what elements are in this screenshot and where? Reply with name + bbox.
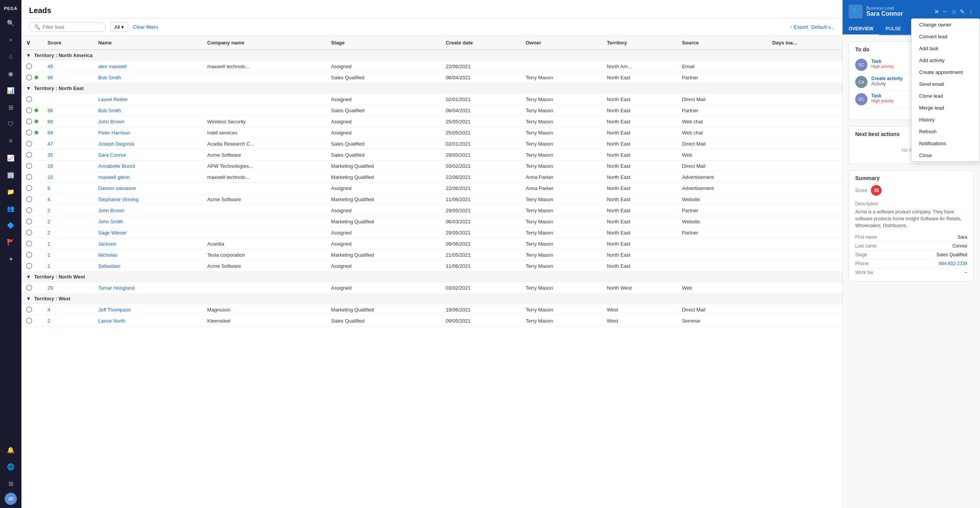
radio-button[interactable] — [26, 174, 32, 180]
radio-button[interactable] — [26, 207, 32, 213]
radio-button[interactable] — [26, 263, 32, 269]
lead-name-link[interactable]: Laurel Reitler — [98, 97, 127, 102]
lead-name-link[interactable]: Annabelle Boord — [98, 163, 135, 169]
lead-name-link[interactable]: Jackson — [98, 241, 116, 247]
building-icon[interactable]: 🏢 — [3, 167, 18, 182]
context-menu-item[interactable]: Add activity — [911, 54, 980, 66]
pulse-icon[interactable]: ◉ — [3, 66, 18, 81]
radio-button[interactable] — [26, 152, 32, 158]
radio-button[interactable] — [26, 196, 32, 202]
globe-icon[interactable]: 🌐 — [3, 459, 18, 474]
collapse-icon[interactable]: ▼ — [26, 85, 31, 91]
lead-name-link[interactable]: Jeff Thompson — [98, 307, 131, 313]
score-cell[interactable]: 2 — [47, 219, 50, 225]
radio-button[interactable] — [26, 74, 32, 80]
radio-button[interactable] — [26, 118, 32, 125]
search-icon[interactable]: 🔍 — [3, 15, 18, 31]
radio-button[interactable] — [26, 141, 32, 147]
col-days[interactable]: Days ina... — [768, 36, 842, 50]
lead-name-link[interactable]: Bob Smith — [98, 108, 121, 113]
collapse-icon[interactable]: ▼ — [26, 52, 31, 58]
score-cell[interactable]: 2 — [47, 208, 50, 213]
back-icon[interactable]: ← — [942, 8, 948, 15]
radio-button[interactable] — [26, 306, 32, 313]
col-company[interactable]: Company name — [203, 36, 326, 50]
todo-type-3[interactable]: Task — [871, 93, 894, 98]
lead-name-link[interactable]: Stephaine Vinning — [98, 197, 138, 202]
lead-name-link[interactable]: Sage Wieser — [98, 230, 126, 236]
score-cell[interactable]: 2 — [47, 230, 50, 236]
radio-button[interactable] — [26, 229, 32, 236]
export-button[interactable]: ↑ Export — [790, 24, 808, 30]
context-menu-item[interactable]: Convert lead — [911, 31, 980, 43]
score-cell[interactable]: 47 — [47, 141, 53, 147]
lead-name-link[interactable]: maxwell glenn — [98, 174, 129, 180]
score-cell[interactable]: 35 — [47, 152, 53, 158]
clear-filters-link[interactable]: Clear filters — [133, 24, 158, 30]
lead-name-link[interactable]: Bob Smith — [98, 75, 121, 80]
chart-icon[interactable]: 📊 — [3, 83, 18, 98]
lead-name-link[interactable]: Sara Connor — [98, 152, 126, 158]
context-menu-item[interactable]: History — [911, 114, 980, 126]
summary-field-value[interactable]: 984-802-2339 — [939, 261, 967, 266]
lead-name-link[interactable]: John Brown — [98, 208, 124, 213]
lead-name-link[interactable]: Lance North — [98, 318, 125, 324]
score-cell[interactable]: 4 — [47, 307, 50, 313]
col-stage[interactable]: Stage — [327, 36, 441, 50]
edit-icon[interactable]: ✎ — [960, 8, 965, 15]
filter-dropdown[interactable]: All ▾ — [110, 22, 128, 32]
col-owner[interactable]: Owner — [521, 36, 602, 50]
score-cell[interactable]: 4 — [47, 197, 50, 202]
home-icon[interactable]: ⌂ — [3, 49, 18, 64]
score-cell[interactable]: 1 — [47, 252, 50, 258]
context-menu-item[interactable]: Add task — [911, 43, 980, 54]
apps-icon[interactable]: ⊞ — [3, 476, 18, 491]
lead-name-link[interactable]: alex maxwell — [98, 64, 126, 69]
lead-name-link[interactable]: Tamar Hoogland — [98, 285, 134, 291]
bell-icon[interactable]: 🔔 — [3, 442, 18, 457]
context-menu-item[interactable]: Refresh — [911, 126, 980, 138]
radio-button[interactable] — [26, 218, 32, 225]
radio-button[interactable] — [26, 285, 32, 291]
lead-name-link[interactable]: Sebastian — [98, 263, 120, 269]
shield-icon[interactable]: 🛡 — [3, 116, 18, 132]
collapse-icon[interactable]: ▼ — [26, 296, 31, 302]
collapse-icon[interactable]: ▼ — [26, 274, 31, 280]
lead-name-link[interactable]: John Smith — [98, 219, 123, 225]
context-menu-item[interactable]: Change owner — [911, 19, 980, 31]
score-cell[interactable]: 96 — [47, 108, 53, 113]
people-icon[interactable]: 👥 — [3, 201, 18, 216]
radio-button[interactable] — [26, 185, 32, 191]
lead-name-link[interactable]: Damon salvatore — [98, 185, 136, 191]
radio-button[interactable] — [26, 129, 32, 136]
grid-icon[interactable]: ⊞ — [3, 100, 18, 115]
col-name[interactable]: Name — [93, 36, 203, 50]
col-source[interactable]: Source — [677, 36, 768, 50]
context-menu-item[interactable]: Create appointment — [911, 66, 980, 78]
search-box[interactable]: 🔍 — [29, 22, 106, 32]
bar-chart-icon[interactable]: 📈 — [3, 150, 18, 166]
radio-button[interactable] — [26, 241, 32, 247]
context-menu-item[interactable]: Clone lead — [911, 90, 980, 102]
score-cell[interactable]: 29 — [47, 285, 53, 291]
sparkle-icon[interactable]: ✦ — [3, 251, 18, 267]
lead-icon[interactable]: 🔷 — [3, 218, 18, 233]
score-cell[interactable]: 1 — [47, 263, 50, 269]
todo-type-2[interactable]: Create activity — [871, 76, 903, 81]
col-territory[interactable]: Territory — [602, 36, 677, 50]
plus-icon[interactable]: ＋ — [3, 32, 18, 48]
score-cell[interactable]: 96 — [47, 75, 53, 80]
context-menu-item[interactable]: Send email — [911, 78, 980, 90]
todo-type-1[interactable]: Task — [871, 59, 894, 64]
lead-name-link[interactable]: John Brown — [98, 119, 124, 125]
radio-button[interactable] — [26, 63, 32, 69]
tab-pulse[interactable]: PULSE — [879, 23, 907, 35]
context-menu-item[interactable]: Merge lead — [911, 102, 980, 114]
radio-button[interactable] — [26, 96, 32, 102]
user-avatar[interactable]: JD — [5, 493, 17, 505]
score-cell[interactable]: 45 — [47, 64, 53, 69]
col-date[interactable]: Create date — [441, 36, 521, 50]
lead-name-link[interactable]: Nicholas — [98, 252, 117, 258]
tab-overview[interactable]: OVERVIEW — [843, 23, 879, 35]
col-score[interactable]: Score — [43, 36, 93, 50]
